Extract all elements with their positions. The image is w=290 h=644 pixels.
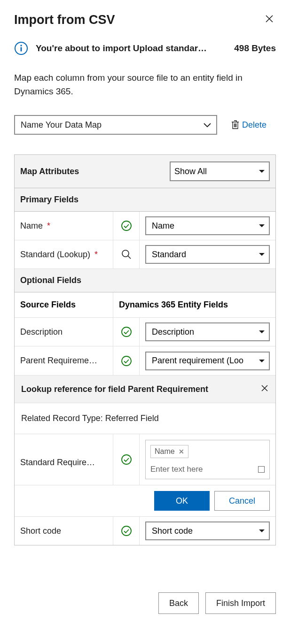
- lookup-reference-header: Lookup reference for field Parent Requir…: [15, 376, 275, 403]
- field-label: Parent Requireme…: [15, 346, 113, 375]
- svg-point-4: [122, 250, 129, 257]
- field-label: Standard (Lookup) *: [15, 240, 113, 268]
- description-mapping-select[interactable]: Description: [145, 322, 270, 341]
- svg-point-5: [122, 327, 131, 337]
- name-mapping-select[interactable]: Name: [145, 216, 270, 235]
- svg-point-3: [122, 221, 131, 230]
- description-mapping-value: Description: [152, 327, 194, 337]
- expand-icon[interactable]: [258, 466, 265, 473]
- svg-point-7: [122, 455, 131, 464]
- dialog-subtitle: Map each column from your source file to…: [14, 71, 276, 98]
- svg-rect-2: [21, 47, 22, 52]
- datamap-placeholder: Name Your Data Map: [21, 120, 102, 130]
- related-record-label: Related Record Type: Referred Field: [15, 403, 275, 434]
- standard-lookup-select[interactable]: Standard: [145, 245, 270, 264]
- close-button[interactable]: [263, 12, 276, 27]
- finish-import-button[interactable]: Finish Import: [205, 592, 276, 614]
- status-cell: [113, 434, 140, 485]
- field-label: Name *: [15, 212, 113, 240]
- show-filter-value: Show All: [174, 167, 207, 176]
- short-code-mapping-select[interactable]: Short code: [145, 521, 270, 540]
- file-size: 498 Bytes: [234, 43, 276, 54]
- tag-remove-icon[interactable]: ✕: [179, 448, 184, 455]
- dialog-footer: Back Finish Import: [14, 592, 276, 614]
- svg-point-6: [122, 356, 131, 366]
- status-cell: [113, 212, 140, 240]
- columns-header: Source Fields Dynamics 365 Entity Fields: [15, 292, 275, 318]
- search-icon: [121, 249, 132, 260]
- tag-input-container: Name ✕ Enter text here: [145, 440, 270, 479]
- primary-fields-header: Primary Fields: [15, 188, 275, 212]
- chevron-down-icon: [259, 330, 265, 334]
- field-label: Short code: [15, 517, 113, 545]
- optional-fields-label: Optional Fields: [20, 276, 81, 285]
- status-cell: [113, 346, 140, 375]
- field-row-description: Description Description: [15, 318, 275, 346]
- map-attributes-header: Map Attributes Show All: [15, 155, 275, 188]
- lookup-reference-label: Lookup reference for field Parent Requir…: [21, 384, 208, 394]
- checkmark-circle-icon: [121, 454, 132, 465]
- status-cell: [113, 318, 140, 346]
- tag-input[interactable]: Enter text here: [150, 465, 258, 474]
- chevron-down-icon: [259, 359, 265, 363]
- chevron-down-icon: [259, 529, 265, 533]
- status-cell: [113, 517, 140, 545]
- standard-lookup-label-text: Standard (Lookup): [20, 250, 90, 260]
- field-row-name: Name * Name: [15, 212, 275, 240]
- back-button[interactable]: Back: [158, 592, 199, 614]
- status-cell: [113, 240, 140, 268]
- required-asterisk: *: [92, 250, 98, 260]
- field-row-parent-requirement: Parent Requireme… Parent requirement (Lo…: [15, 346, 275, 376]
- field-label: Standard Require…: [15, 434, 113, 485]
- svg-point-8: [122, 526, 131, 536]
- dialog-title: Import from CSV: [14, 13, 115, 27]
- chevron-down-icon: [203, 122, 212, 128]
- field-row-standard-require: Standard Require… Name ✕ Enter text here: [15, 434, 275, 485]
- field-row-standard-lookup: Standard (Lookup) * Standard: [15, 240, 275, 269]
- delete-button[interactable]: Delete: [231, 120, 266, 130]
- chevron-down-icon: [259, 223, 265, 228]
- parent-req-mapping-value: Parent requirement (Loo: [152, 356, 243, 366]
- checkmark-circle-icon: [121, 220, 132, 231]
- name-label-text: Name: [20, 221, 43, 231]
- optional-fields-header: Optional Fields: [15, 269, 275, 292]
- info-text: You're about to import Upload standar…: [36, 43, 227, 54]
- mapping-table: Map Attributes Show All Primary Fields N…: [14, 154, 276, 545]
- chevron-down-icon: [259, 169, 265, 174]
- field-label: Description: [15, 318, 113, 346]
- entity-fields-col: Dynamics 365 Entity Fields: [113, 292, 275, 317]
- trash-icon: [231, 120, 239, 130]
- close-icon: [260, 384, 269, 392]
- close-lookup-button[interactable]: [260, 384, 269, 394]
- delete-label: Delete: [242, 120, 266, 130]
- show-filter-select[interactable]: Show All: [170, 161, 270, 181]
- chevron-down-icon: [259, 252, 265, 257]
- required-asterisk: *: [45, 221, 50, 231]
- name-mapping-value: Name: [152, 221, 174, 231]
- checkmark-circle-icon: [121, 355, 132, 367]
- svg-point-1: [20, 45, 22, 46]
- parent-req-mapping-select[interactable]: Parent requirement (Loo: [145, 352, 270, 370]
- standard-lookup-value: Standard: [152, 250, 186, 260]
- checkmark-circle-icon: [121, 525, 132, 537]
- datamap-combobox[interactable]: Name Your Data Map: [14, 115, 217, 135]
- field-row-short-code: Short code Short code: [15, 517, 275, 545]
- cancel-button[interactable]: Cancel: [214, 491, 270, 511]
- lookup-buttons: OK Cancel: [15, 485, 275, 517]
- ok-button[interactable]: OK: [154, 491, 210, 511]
- tag-name[interactable]: Name ✕: [150, 445, 188, 458]
- info-icon: [14, 41, 28, 55]
- tag-text: Name: [155, 447, 175, 456]
- source-fields-col: Source Fields: [15, 292, 113, 317]
- short-code-mapping-value: Short code: [152, 526, 193, 536]
- checkmark-circle-icon: [121, 326, 132, 337]
- map-attributes-label: Map Attributes: [20, 167, 79, 176]
- info-bar: You're about to import Upload standar… 4…: [14, 41, 276, 55]
- close-icon: [265, 14, 274, 23]
- primary-fields-label: Primary Fields: [20, 195, 78, 205]
